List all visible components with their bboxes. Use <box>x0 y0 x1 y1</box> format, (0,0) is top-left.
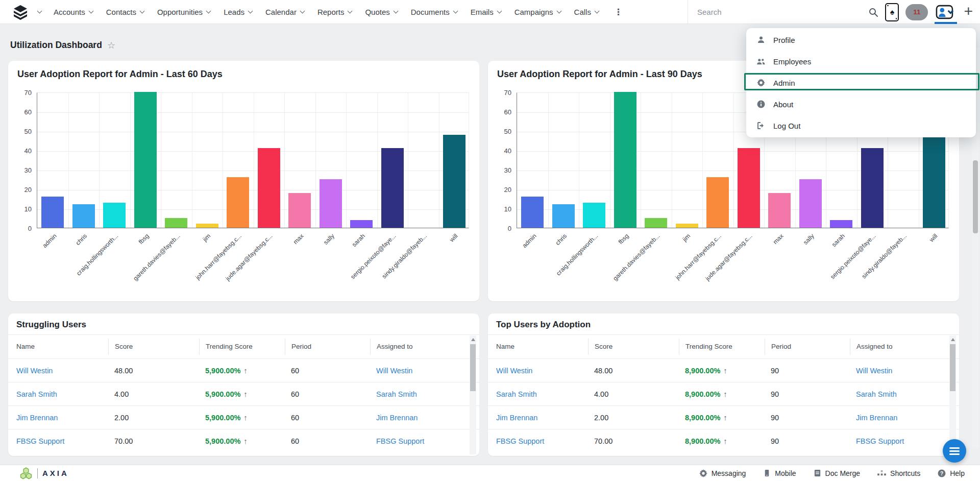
add-icon[interactable]: + <box>964 4 973 19</box>
assigned-to-link[interactable]: Will Westin <box>856 367 892 375</box>
page-scrollbar-thumb[interactable] <box>973 160 978 233</box>
table-scrollbar-thumb[interactable] <box>470 344 476 391</box>
table-scrollbar[interactable] <box>949 335 956 454</box>
bar-fbsg[interactable] <box>134 92 157 228</box>
menu-item-admin[interactable]: Admin <box>746 72 976 93</box>
chart-title: User Adoption Report for Admin - Last 60… <box>17 69 223 80</box>
assigned-to-link[interactable]: FBSG Support <box>856 437 904 445</box>
quick-actions-fab[interactable] <box>943 439 966 463</box>
name-link[interactable]: Jim Brennan <box>16 414 58 422</box>
name-link[interactable]: FBSG Support <box>496 437 544 445</box>
help-icon: ? <box>938 469 946 477</box>
nav-item-opportunities[interactable]: Opportunities <box>157 8 210 16</box>
bar-jim[interactable] <box>196 224 218 228</box>
table-row[interactable]: Jim Brennan2.008,900.00%↑90Jim Brennan <box>488 405 959 429</box>
notification-badge[interactable]: 11 <box>905 4 928 20</box>
table-scrollbar-thumb[interactable] <box>950 344 955 391</box>
bar-max[interactable] <box>768 193 791 228</box>
assigned-to-link[interactable]: FBSG Support <box>376 437 424 445</box>
menu-item-profile[interactable]: Profile <box>746 29 976 51</box>
bar-craig-hollingsworth[interactable] <box>583 203 605 228</box>
bar-craig-hollingsworth[interactable] <box>103 203 126 228</box>
bar-admin[interactable] <box>521 197 544 228</box>
x-axis-tick-label: will <box>448 232 459 244</box>
footer-item-shortcuts[interactable]: Shortcuts <box>877 469 920 477</box>
bar-will[interactable] <box>443 135 465 228</box>
y-axis-tick-label: 70 <box>16 89 32 97</box>
bar-will[interactable] <box>923 135 945 228</box>
bar-fbsg[interactable] <box>614 92 636 228</box>
bar-max[interactable] <box>288 193 311 228</box>
nav-item-leads[interactable]: Leads <box>224 8 252 16</box>
table-row[interactable]: Sarah Smith4.005,900.00%↑60Sarah Smith <box>8 382 479 405</box>
nav-item-calls[interactable]: Calls <box>574 8 599 16</box>
name-link[interactable]: Sarah Smith <box>16 390 57 398</box>
assigned-to-link[interactable]: Jim Brennan <box>856 414 897 422</box>
favorite-star-icon[interactable]: ☆ <box>107 41 115 50</box>
bar-chris[interactable] <box>552 204 575 228</box>
chart-vertical-gridline <box>315 93 316 228</box>
nav-item-quotes[interactable]: Quotes <box>365 8 397 16</box>
spade-card-icon[interactable]: ♠ <box>885 3 899 21</box>
assigned-to-link[interactable]: Sarah Smith <box>856 390 897 398</box>
menu-item-about[interactable]: About <box>746 93 976 115</box>
table-row[interactable]: Will Westin48.005,900.00%↑60Will Westin <box>8 358 479 382</box>
bar-sergio-peixoto-faye[interactable] <box>861 148 884 228</box>
search-icon[interactable] <box>868 7 878 17</box>
nav-item-campaigns[interactable]: Campaigns <box>514 8 561 16</box>
page-title: Utilization Dashboard <box>10 40 102 51</box>
table-row[interactable]: FBSG Support70.008,900.00%↑90FBSG Suppor… <box>488 429 959 452</box>
table-row[interactable]: Jim Brennan2.005,900.00%↑60Jim Brennan <box>8 405 479 429</box>
footer-item-help[interactable]: ?Help <box>938 469 965 477</box>
table-row[interactable]: FBSG Support70.005,900.00%↑60FBSG Suppor… <box>8 429 479 452</box>
assigned-to-link[interactable]: Sarah Smith <box>376 390 417 398</box>
table-row[interactable]: Will Westin48.008,900.00%↑90Will Westin <box>488 358 959 382</box>
name-link[interactable]: Will Westin <box>16 367 53 375</box>
bar-sarah[interactable] <box>350 220 373 228</box>
bar-sarah[interactable] <box>830 220 852 228</box>
x-axis-tick-label: max <box>291 232 305 246</box>
menu-item-log-out[interactable]: Log Out <box>746 115 976 136</box>
cell-score: 70.00 <box>588 437 679 445</box>
bar-gareth-davies-fayeb[interactable] <box>165 218 187 228</box>
app-logo-icon[interactable] <box>12 5 29 20</box>
search-input[interactable] <box>697 8 840 16</box>
bar-sally[interactable] <box>320 179 342 228</box>
bar-chris[interactable] <box>72 204 95 228</box>
footer-item-mobile[interactable]: Mobile <box>763 469 796 477</box>
scroll-up-arrow-icon[interactable] <box>471 338 475 341</box>
cell-score: 70.00 <box>108 437 199 445</box>
nav-item-contacts[interactable]: Contacts <box>106 8 144 16</box>
menu-item-employees[interactable]: Employees <box>746 51 976 72</box>
chevron-down-icon <box>348 9 353 14</box>
bar-jude-agar-fayebsg-c[interactable] <box>738 148 760 228</box>
table-row[interactable]: Sarah Smith4.008,900.00%↑90Sarah Smith <box>488 382 959 405</box>
top-navbar: AccountsContactsOpportunitiesLeadsCalend… <box>0 0 980 24</box>
name-link[interactable]: FBSG Support <box>16 437 64 445</box>
scroll-up-arrow-icon[interactable] <box>951 338 955 341</box>
bar-john-harr-fayebsg-c[interactable] <box>227 177 249 228</box>
bar-sally[interactable] <box>799 179 822 228</box>
nav-item-emails[interactable]: Emails <box>471 8 501 16</box>
nav-item-calendar[interactable]: Calendar <box>265 8 304 16</box>
name-link[interactable]: Will Westin <box>496 367 532 375</box>
logo-chevron-down-icon[interactable] <box>37 9 42 14</box>
bar-jude-agar-fayebsg-c[interactable] <box>258 148 280 228</box>
bar-john-harr-fayebsg-c[interactable] <box>706 177 729 228</box>
nav-item-accounts[interactable]: Accounts <box>54 8 93 16</box>
table-scrollbar[interactable] <box>470 335 476 454</box>
nav-item-documents[interactable]: Documents <box>411 8 457 16</box>
user-menu-button[interactable] <box>935 0 957 24</box>
nav-item-reports[interactable]: Reports <box>317 8 352 16</box>
more-menu-icon[interactable]: ⋮ <box>614 7 623 17</box>
name-link[interactable]: Sarah Smith <box>496 390 537 398</box>
bar-jim[interactable] <box>676 224 698 228</box>
footer-item-messaging[interactable]: Messaging <box>699 469 746 477</box>
assigned-to-link[interactable]: Will Westin <box>376 367 412 375</box>
bar-admin[interactable] <box>41 197 64 228</box>
footer-item-doc-merge[interactable]: Doc Merge <box>814 469 860 477</box>
bar-sergio-peixoto-faye[interactable] <box>381 148 404 228</box>
assigned-to-link[interactable]: Jim Brennan <box>376 414 418 422</box>
bar-gareth-davies-fayeb[interactable] <box>645 218 667 228</box>
name-link[interactable]: Jim Brennan <box>496 414 537 422</box>
